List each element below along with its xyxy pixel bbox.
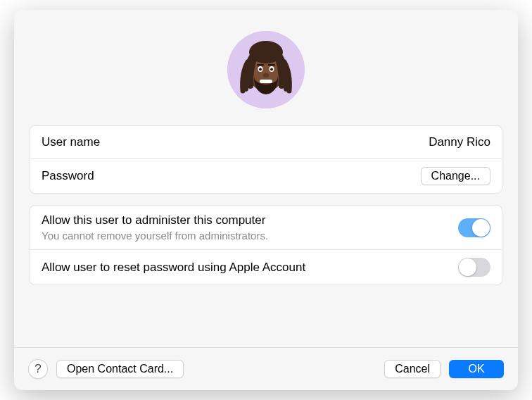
avatar[interactable]: [227, 31, 305, 108]
svg-rect-9: [268, 64, 275, 66]
admin-label: Allow this user to administer this compu…: [42, 213, 268, 227]
toggle-knob: [472, 219, 490, 237]
password-label: Password: [42, 169, 94, 183]
admin-helper-text: You cannot remove yourself from administ…: [42, 230, 268, 242]
toggle-knob: [459, 258, 476, 276]
admin-toggle[interactable]: [458, 218, 490, 237]
svg-point-6: [259, 68, 262, 71]
open-contact-card-button[interactable]: Open Contact Card...: [56, 360, 184, 378]
username-label: User name: [42, 135, 100, 149]
cancel-button[interactable]: Cancel: [384, 360, 441, 378]
svg-point-3: [249, 41, 283, 63]
avatar-image-icon: [227, 31, 305, 108]
admin-row: Allow this user to administer this compu…: [30, 206, 502, 249]
dialog-content: User name Danny Rico Password Change... …: [14, 10, 518, 347]
svg-point-7: [270, 68, 273, 71]
dialog-footer: ? Open Contact Card... Cancel OK: [14, 347, 518, 390]
reset-toggle[interactable]: [458, 258, 490, 277]
reset-password-row: Allow user to reset password using Apple…: [30, 249, 502, 285]
help-button[interactable]: ?: [28, 359, 48, 379]
username-row: User name Danny Rico: [30, 126, 502, 158]
ok-button[interactable]: OK: [449, 360, 504, 378]
username-value: Danny Rico: [429, 135, 490, 149]
user-account-dialog: User name Danny Rico Password Change... …: [14, 10, 518, 390]
identity-panel: User name Danny Rico Password Change...: [30, 125, 502, 194]
help-icon: ?: [34, 362, 41, 376]
password-row: Password Change...: [30, 158, 502, 193]
admin-text-group: Allow this user to administer this compu…: [42, 213, 268, 242]
svg-rect-8: [257, 64, 264, 66]
svg-rect-11: [260, 80, 272, 83]
permissions-panel: Allow this user to administer this compu…: [30, 205, 502, 285]
svg-point-10: [263, 73, 270, 77]
change-password-button[interactable]: Change...: [421, 167, 490, 185]
reset-label: Allow user to reset password using Apple…: [42, 261, 305, 275]
